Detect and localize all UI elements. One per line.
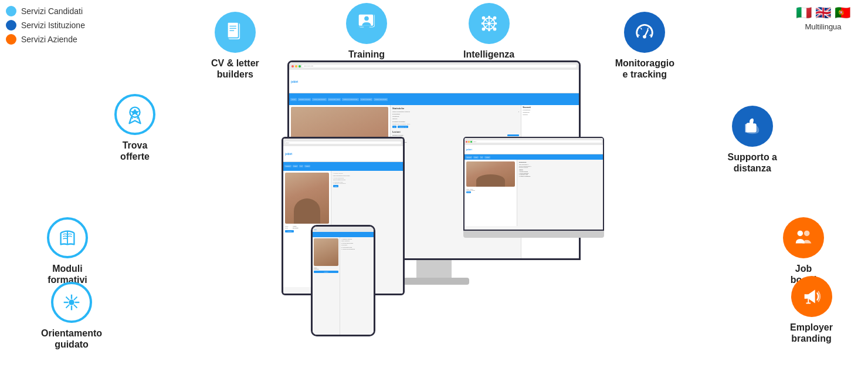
training-icon: [346, 3, 387, 44]
support-icon: [732, 106, 773, 147]
feature-moduli: Moduliformativi: [47, 217, 88, 285]
legend: Servizi Candidati Servizi Istituzione Se…: [6, 6, 85, 45]
laptop-screen: jobiri.it jobiri Pianifica Scopri CV Let…: [463, 137, 604, 231]
legend-item-istituzione: Servizi Istituzione: [6, 20, 85, 31]
feature-employer: Employerbranding: [790, 276, 833, 344]
language-selector[interactable]: 🇮🇹 🇬🇧 🇵🇹 Multilingua: [796, 6, 850, 31]
svg-point-20: [482, 16, 485, 20]
monitor-neck: [416, 260, 452, 278]
feature-orient: Orientamentoguidato: [41, 282, 102, 350]
flag-italy[interactable]: 🇮🇹: [796, 6, 812, 20]
svg-point-15: [487, 22, 491, 25]
svg-line-35: [641, 28, 642, 29]
feature-jobboard: Jobboard: [783, 217, 824, 285]
monitor-base: [399, 278, 469, 285]
svg-line-50: [66, 297, 70, 301]
svg-point-12: [364, 16, 369, 21]
moduli-icon: [47, 217, 88, 258]
laptop-base: [463, 231, 604, 238]
legend-dot-aziende: [6, 34, 16, 45]
svg-rect-4: [228, 22, 239, 38]
phone: jobiri Nome Cognome Modifica 1. Pianific…: [311, 225, 375, 336]
svg-rect-13: [364, 26, 369, 28]
ai-icon: [469, 3, 510, 44]
cv-icon: [215, 12, 256, 53]
svg-line-51: [74, 305, 77, 308]
legend-dot-istituzione: [6, 20, 16, 31]
feature-trova: Trovaofferte: [114, 94, 155, 162]
svg-point-22: [482, 28, 485, 31]
laptop: jobiri.it jobiri Pianifica Scopri CV Let…: [463, 137, 604, 238]
devices-container: www.jdari.com jobiri Home Pianifica carr…: [229, 60, 639, 354]
flags-row: 🇮🇹 🇬🇧 🇵🇹: [796, 6, 850, 20]
trova-label: Trovaofferte: [120, 140, 150, 162]
svg-point-33: [643, 35, 646, 39]
flag-uk[interactable]: 🇬🇧: [815, 6, 831, 20]
svg-point-30: [481, 22, 483, 25]
flag-portugal[interactable]: 🇵🇹: [835, 6, 850, 20]
svg-point-28: [488, 16, 490, 18]
svg-point-23: [493, 28, 496, 31]
legend-dot-candidati: [6, 6, 16, 16]
multilingual-label: Multilingua: [805, 22, 841, 31]
jobboard-icon: [783, 217, 824, 258]
trova-icon: [114, 94, 155, 135]
svg-line-53: [66, 305, 70, 308]
orient-label: Orientamentoguidato: [41, 328, 102, 350]
svg-point-31: [494, 22, 497, 25]
svg-point-44: [804, 231, 810, 237]
svg-point-29: [488, 29, 490, 32]
monitoring-icon: [624, 12, 665, 53]
svg-point-21: [493, 16, 496, 20]
legend-label-candidati: Servizi Candidati: [21, 6, 83, 16]
legend-item-aziende: Servizi Aziende: [6, 34, 85, 45]
svg-point-45: [69, 299, 74, 305]
employer-label: Employerbranding: [790, 322, 833, 344]
svg-point-43: [798, 231, 803, 237]
legend-label-aziende: Servizi Aziende: [21, 35, 77, 44]
legend-item-candidati: Servizi Candidati: [6, 6, 85, 16]
legend-label-istituzione: Servizi Istituzione: [21, 21, 85, 30]
phone-screen: jobiri Nome Cognome Modifica 1. Pianific…: [311, 225, 375, 336]
support-label: Supporto adistanza: [728, 151, 777, 174]
svg-rect-41: [745, 124, 748, 132]
svg-line-52: [74, 297, 77, 301]
orient-icon: [51, 282, 92, 323]
employer-icon: [791, 276, 832, 317]
feature-support: Supporto adistanza: [728, 106, 777, 174]
svg-line-36: [647, 28, 649, 29]
